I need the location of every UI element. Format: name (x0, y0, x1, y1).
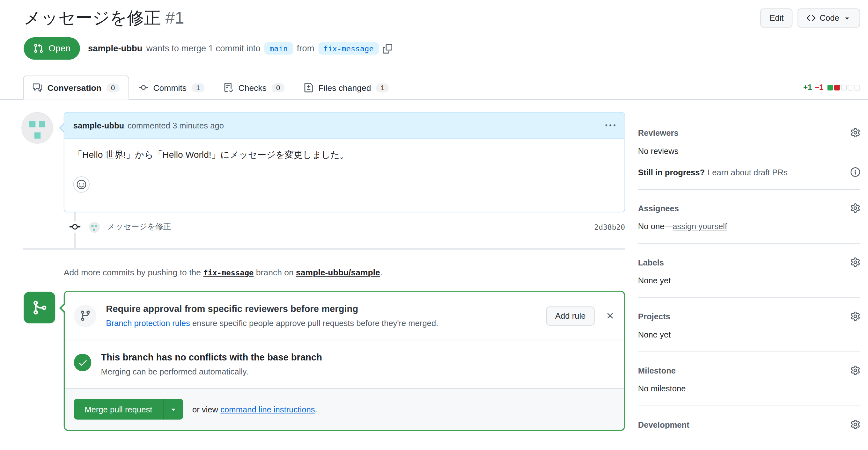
commit-sha-link[interactable]: 2d38b20 (594, 223, 625, 231)
tab-files-changed[interactable]: Files changed 1 (294, 75, 399, 100)
pr-author-link[interactable]: sample-ubbu (88, 43, 142, 54)
development-gear-button[interactable] (850, 420, 860, 429)
pr-meta-text: sample-ubbu wants to merge 1 commit into… (88, 42, 392, 55)
mergeability-row: This branch has no conflicts with the ba… (65, 341, 624, 388)
sidebar-section-projects: Projects None yet (638, 298, 860, 352)
milestone-gear-button[interactable] (850, 365, 860, 375)
merge-pull-request-button[interactable]: Merge pull request (74, 399, 163, 419)
commit-author-avatar[interactable] (89, 222, 100, 233)
tab-files-changed-label: Files changed (318, 83, 371, 92)
add-rule-label: Add rule (555, 311, 586, 320)
dismiss-protection-button[interactable] (605, 311, 615, 321)
reviewers-empty-text: No reviews (638, 147, 860, 156)
code-button[interactable]: Code (798, 9, 860, 28)
comment-meta: commented 3 minutes ago (128, 121, 224, 130)
sidebar-section-assignees: Assignees No one—assign yourself (638, 190, 860, 244)
development-heading: Development (638, 420, 689, 429)
tab-commits[interactable]: Commits 1 (129, 75, 214, 100)
x-icon (605, 311, 615, 321)
main-column: sample-ubbu commented 3 minutes ago 「Hel… (14, 112, 625, 431)
copy-branch-button[interactable] (383, 44, 392, 53)
labels-gear-button[interactable] (850, 258, 860, 267)
tab-commits-label: Commits (153, 83, 187, 92)
checklist-icon (224, 83, 234, 92)
diffstat-block-added (828, 85, 833, 90)
push-note-repo-link[interactable]: sample-ubbu/sample (296, 268, 380, 277)
assignees-heading: Assignees (638, 204, 679, 213)
tab-checks[interactable]: Checks 0 (214, 75, 294, 100)
comment-discussion-icon (33, 83, 42, 92)
diffstat-block-deleted (834, 85, 840, 90)
sidebar: Reviewers No reviews Still in progress?L… (638, 112, 860, 442)
git-merge-icon (32, 299, 47, 315)
gear-icon (850, 420, 860, 429)
branch-protection-rules-link[interactable]: Branch protection rules (106, 319, 190, 328)
assignees-empty-text: No one— (638, 222, 673, 231)
kebab-icon (605, 120, 615, 130)
head-branch-label[interactable]: fix-message (318, 42, 379, 55)
branch-protection-description: Branch protection rules ensure specific … (106, 319, 537, 328)
pr-header: Edit Code メッセージを修正#1 Open sample-ubbu wa… (0, 0, 868, 60)
github-pr-page: Edit Code メッセージを修正#1 Open sample-ubbu wa… (0, 0, 868, 450)
gear-icon (850, 128, 860, 137)
add-rule-button[interactable]: Add rule (546, 306, 595, 325)
git-pull-request-icon (33, 43, 43, 54)
comment-author-link[interactable]: sample-ubbu (73, 121, 124, 130)
smiley-icon (76, 180, 86, 189)
diffstat-additions: +1 (803, 83, 812, 92)
milestone-heading: Milestone (638, 366, 676, 375)
base-branch-label[interactable]: main (265, 42, 293, 55)
gear-icon (850, 258, 860, 267)
no-conflicts-title: This branch has no conflicts with the ba… (101, 352, 322, 363)
branch-protection-title: Require approval from specific reviewers… (106, 304, 537, 315)
pr-number: #1 (165, 9, 184, 27)
merge-box: Require approval from specific reviewers… (64, 291, 625, 431)
learn-draft-prs-link[interactable]: Learn about draft PRs (708, 168, 788, 176)
git-branch-icon (79, 310, 91, 322)
diffstat-block-neutral (847, 85, 853, 90)
edit-button[interactable]: Edit (761, 9, 793, 28)
assign-yourself-link[interactable]: assign yourself (673, 222, 727, 231)
file-diff-icon (304, 83, 313, 92)
labels-empty-text: None yet (638, 276, 860, 285)
milestone-empty-text: No milestone (638, 384, 860, 393)
or-view-text: or view (192, 405, 218, 414)
cli-period: . (315, 405, 317, 414)
branch-protection-rest: ensure specific people approve pull requ… (192, 319, 438, 328)
projects-gear-button[interactable] (850, 311, 860, 321)
reviewers-gear-button[interactable] (850, 128, 860, 137)
tab-checks-count: 0 (272, 83, 285, 92)
command-line-instructions-link[interactable]: command line instructions (220, 405, 315, 414)
no-conflicts-subtitle: Merging can be performed automatically. (101, 367, 322, 376)
gear-icon (850, 311, 860, 321)
merge-text-before-head: from (297, 43, 314, 54)
merge-status-badge (24, 292, 55, 323)
assignees-gear-button[interactable] (850, 203, 860, 213)
tab-checks-label: Checks (239, 83, 267, 92)
tab-conversation-label: Conversation (47, 83, 101, 92)
merge-text-before-base: wants to merge 1 commit into (146, 43, 260, 54)
pr-meta-row: Open sample-ubbu wants to merge 1 commit… (24, 37, 860, 60)
draft-info-button[interactable] (850, 167, 860, 177)
commit-message-link[interactable]: メッセージを修正 (107, 222, 171, 232)
labels-heading: Labels (638, 258, 664, 267)
avatar[interactable] (21, 112, 53, 144)
diffstat[interactable]: +1 −1 (803, 83, 860, 92)
content-area: sample-ubbu commented 3 minutes ago 「Hel… (0, 100, 868, 442)
code-icon (807, 13, 816, 22)
copy-icon (383, 44, 392, 53)
sidebar-section-reviewers: Reviewers No reviews Still in progress?L… (638, 127, 860, 190)
push-note-branch: fix-message (203, 268, 253, 277)
comment-text: 「Hello 世界!」から「Hello World!」にメッセージを変更しました… (73, 149, 615, 161)
edit-button-label: Edit (770, 13, 783, 22)
merge-options-dropdown[interactable] (163, 399, 183, 419)
comment-menu-button[interactable] (605, 120, 615, 130)
diffstat-block-neutral (841, 85, 847, 90)
add-reaction-button[interactable] (73, 176, 90, 192)
branch-protection-row: Require approval from specific reviewers… (65, 292, 624, 340)
commit-row: メッセージを修正 2d38b20 (69, 219, 625, 235)
open-state-label: Open (49, 43, 70, 54)
reviewers-heading: Reviewers (638, 128, 679, 137)
page-title: メッセージを修正#1 (24, 7, 860, 29)
tab-conversation[interactable]: Conversation 0 (23, 75, 129, 100)
